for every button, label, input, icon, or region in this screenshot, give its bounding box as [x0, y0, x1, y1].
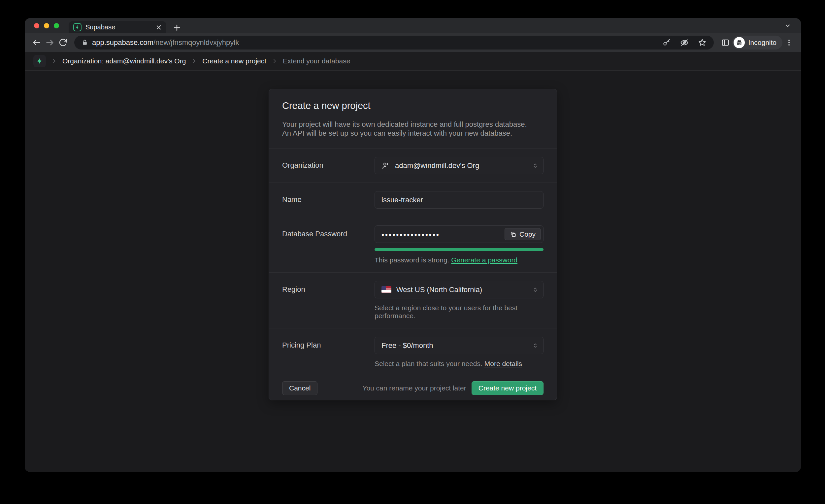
- organization-label: Organization: [282, 157, 375, 174]
- incognito-icon: [734, 37, 745, 48]
- copy-icon: [510, 231, 516, 238]
- url-bar[interactable]: app.supabase.com/new/jfnsmqoynldvxjyhpyl…: [74, 35, 714, 50]
- breadcrumb-extend-database[interactable]: Extend your database: [283, 57, 350, 65]
- chevron-right-icon: [272, 58, 278, 64]
- password-strength-text: This password is strong.: [375, 256, 449, 264]
- password-masked-value: ••••••••••••••••: [381, 229, 440, 239]
- chevrons-up-down-icon: [532, 286, 538, 293]
- organization-value: adam@windmill.dev's Org: [395, 161, 479, 170]
- lock-icon[interactable]: [81, 39, 88, 46]
- name-value: issue-tracker: [381, 196, 423, 204]
- password-input[interactable]: •••••••••••••••• Copy: [375, 225, 543, 243]
- tab-close-icon[interactable]: [156, 24, 162, 30]
- close-window-button[interactable]: [34, 23, 39, 28]
- more-details-link[interactable]: More details: [484, 360, 522, 367]
- form-footer: Cancel You can rename your project later…: [269, 376, 557, 400]
- description-line-1: Your project will have its own dedicated…: [282, 120, 543, 129]
- zoom-window-button[interactable]: [54, 23, 59, 28]
- create-project-card: Create a new project Your project will h…: [269, 89, 557, 401]
- generate-password-link[interactable]: Generate a password: [451, 256, 517, 264]
- password-strength-bar: [375, 248, 543, 251]
- region-helper-text: Select a region close to your users for …: [375, 304, 543, 320]
- pricing-label: Pricing Plan: [282, 337, 375, 368]
- tab-strip: Supabase: [25, 18, 801, 33]
- users-icon: [381, 161, 390, 170]
- app-header: Organization: adam@windmill.dev's Org Cr…: [25, 52, 801, 71]
- incognito-label: Incognito: [748, 39, 776, 47]
- chevron-right-icon: [51, 58, 57, 64]
- region-row: Region West US (North California) Select…: [269, 272, 557, 328]
- organization-select[interactable]: adam@windmill.dev's Org: [375, 157, 543, 174]
- browser-menu-icon[interactable]: [785, 39, 793, 47]
- organization-row: Organization adam@windmill.dev's Org: [269, 148, 557, 183]
- password-label: Database Password: [282, 225, 375, 264]
- eye-off-icon[interactable]: [680, 38, 689, 47]
- description-line-2: An API will be set up so you can easily …: [282, 129, 543, 138]
- chevrons-up-down-icon: [532, 162, 538, 169]
- chevrons-up-down-icon: [532, 342, 538, 349]
- supabase-logo-icon[interactable]: [33, 55, 46, 67]
- copy-password-button[interactable]: Copy: [505, 228, 541, 240]
- incognito-badge[interactable]: Incognito: [732, 35, 782, 50]
- password-row: Database Password •••••••••••••••• Copy: [269, 217, 557, 272]
- breadcrumb-organization[interactable]: Organization: adam@windmill.dev's Org: [62, 57, 186, 65]
- browser-tab-supabase[interactable]: Supabase: [69, 21, 166, 33]
- rename-note: You can rename your project later: [362, 384, 466, 392]
- pricing-select[interactable]: Free - $0/month: [375, 337, 543, 354]
- tab-search-chevron-down-icon[interactable]: [784, 22, 791, 29]
- window-controls: [34, 23, 59, 28]
- reload-icon[interactable]: [57, 36, 70, 49]
- url-host: app.supabase.com: [92, 38, 153, 47]
- name-row: Name issue-tracker: [269, 183, 557, 217]
- copy-label: Copy: [519, 230, 536, 238]
- tab-title: Supabase: [85, 23, 152, 31]
- back-icon[interactable]: [30, 36, 43, 49]
- page-title: Create a new project: [282, 100, 543, 111]
- minimize-window-button[interactable]: [44, 23, 49, 28]
- cancel-button[interactable]: Cancel: [282, 381, 317, 395]
- breadcrumb-create-project[interactable]: Create a new project: [202, 57, 266, 65]
- pricing-row: Pricing Plan Free - $0/month Select a pl…: [269, 328, 557, 376]
- password-key-icon[interactable]: [662, 38, 671, 47]
- pricing-helper-text: Select a plan that suits your needs.: [375, 360, 482, 367]
- region-label: Region: [282, 281, 375, 320]
- pricing-value: Free - $0/month: [381, 341, 433, 350]
- region-value: West US (North California): [396, 286, 482, 294]
- forward-icon[interactable]: [43, 36, 57, 49]
- bookmark-star-icon[interactable]: [698, 38, 706, 47]
- create-new-project-button[interactable]: Create new project: [471, 381, 543, 395]
- region-select[interactable]: West US (North California): [375, 281, 543, 298]
- browser-toolbar: app.supabase.com/new/jfnsmqoynldvxjyhpyl…: [25, 33, 801, 52]
- page-content: Create a new project Your project will h…: [25, 71, 801, 472]
- new-tab-button[interactable]: [173, 24, 181, 32]
- name-label: Name: [282, 191, 375, 209]
- url-path: /new/jfnsmqoynldvxjyhpylk: [153, 38, 239, 47]
- chevron-right-icon: [191, 58, 197, 64]
- supabase-favicon-icon: [73, 23, 81, 31]
- browser-window: Supabase app.supabase.com/new/jfnsmqoynl…: [25, 18, 801, 472]
- side-panel-icon[interactable]: [721, 38, 730, 47]
- us-flag-icon: [381, 286, 391, 293]
- name-input[interactable]: issue-tracker: [375, 191, 543, 209]
